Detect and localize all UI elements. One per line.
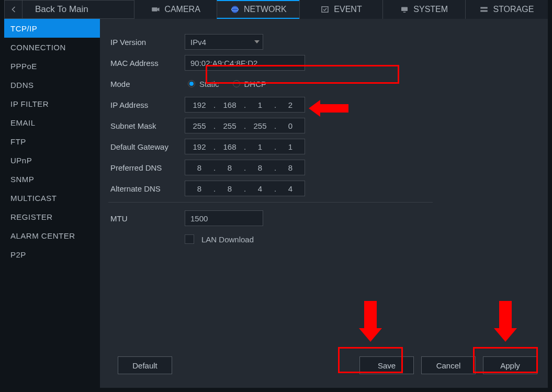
default-button[interactable]: Default bbox=[118, 356, 172, 374]
tab-label: STORAGE bbox=[493, 5, 534, 14]
sidebar-item-connection[interactable]: CONNECTION bbox=[4, 38, 100, 57]
mtu-label: MTU bbox=[108, 214, 185, 223]
sidebar-item-alarmcenter[interactable]: ALARM CENTER bbox=[4, 226, 100, 245]
back-arrow-icon[interactable] bbox=[5, 0, 22, 19]
sidebar-item-pppoe[interactable]: PPPoE bbox=[4, 57, 100, 75]
ip-version-value: IPv4 bbox=[190, 38, 206, 47]
save-button[interactable]: Save bbox=[359, 356, 414, 374]
ip-address-field[interactable]: 192. 168. 1. 2 bbox=[185, 97, 305, 113]
sidebar-item-ipfilter[interactable]: IP FILTER bbox=[4, 94, 100, 113]
tab-label: EVENT bbox=[334, 5, 362, 14]
globe-icon bbox=[230, 5, 240, 14]
mode-radio-group: Static DHCP bbox=[185, 76, 276, 92]
mode-dhcp-radio[interactable] bbox=[233, 80, 240, 87]
gateway-label: Default Gateway bbox=[108, 142, 185, 151]
svg-rect-0 bbox=[152, 7, 158, 12]
sidebar-item-ddns[interactable]: DDNS bbox=[4, 75, 100, 94]
svg-rect-4 bbox=[322, 7, 328, 13]
sidebar-item-multicast[interactable]: MULTICAST bbox=[4, 188, 100, 207]
svg-rect-8 bbox=[481, 10, 488, 12]
tab-label: CAMERA bbox=[164, 5, 200, 14]
storage-icon bbox=[479, 5, 489, 14]
svg-rect-5 bbox=[401, 7, 408, 12]
ip-version-label: IP Version bbox=[108, 38, 185, 47]
tab-label: NETWORK bbox=[244, 5, 287, 14]
svg-marker-1 bbox=[157, 7, 160, 12]
svg-point-2 bbox=[231, 6, 239, 13]
tab-event[interactable]: EVENT bbox=[299, 0, 382, 19]
back-to-main-button[interactable]: Back To Main bbox=[22, 4, 101, 15]
mac-address-field: 90:02:A9:C4:8F:D2 bbox=[185, 55, 305, 71]
sidebar-item-p2p[interactable]: P2P bbox=[4, 245, 100, 264]
mode-static-label: Static bbox=[199, 80, 219, 88]
subnet-mask-field[interactable]: 255. 255. 255. 0 bbox=[185, 118, 305, 133]
dns2-label: Alternate DNS bbox=[108, 184, 185, 193]
tab-camera[interactable]: CAMERA bbox=[134, 0, 217, 19]
apply-button[interactable]: Apply bbox=[483, 356, 537, 374]
system-icon bbox=[400, 5, 409, 14]
lan-download-label: LAN Download bbox=[201, 235, 254, 244]
sidebar-item-upnp[interactable]: UPnP bbox=[4, 151, 100, 170]
mode-dhcp-label: DHCP bbox=[244, 80, 267, 88]
divider bbox=[108, 202, 433, 203]
tab-storage[interactable]: STORAGE bbox=[465, 0, 548, 19]
dns1-field[interactable]: 8. 8. 8. 8 bbox=[185, 160, 305, 175]
main-tabs: CAMERA NETWORK EVENT SYSTEM STORAGE bbox=[134, 0, 548, 19]
sidebar-item-ftp[interactable]: FTP bbox=[4, 132, 100, 151]
ip-version-select[interactable]: IPv4 bbox=[185, 34, 263, 50]
chevron-down-icon bbox=[254, 40, 260, 43]
tab-label: SYSTEM bbox=[413, 5, 448, 14]
dns2-field[interactable]: 8. 8. 4. 4 bbox=[185, 181, 305, 196]
subnet-mask-label: Subnet Mask bbox=[108, 121, 185, 130]
tab-network[interactable]: NETWORK bbox=[217, 0, 299, 19]
sidebar-item-email[interactable]: EMAIL bbox=[4, 113, 100, 132]
ip-address-label: IP Address bbox=[108, 100, 185, 109]
mode-label: Mode bbox=[108, 80, 185, 88]
svg-rect-7 bbox=[481, 7, 488, 9]
cancel-button[interactable]: Cancel bbox=[421, 356, 476, 374]
sidebar-item-tcpip[interactable]: TCP/IP bbox=[4, 19, 100, 38]
mac-address-label: MAC Address bbox=[108, 59, 185, 68]
lan-download-checkbox[interactable] bbox=[185, 234, 194, 244]
mode-static-radio[interactable] bbox=[188, 80, 195, 87]
sidebar-item-register[interactable]: REGISTER bbox=[4, 207, 100, 226]
dns1-label: Preferred DNS bbox=[108, 163, 185, 172]
event-icon bbox=[320, 5, 330, 14]
sidebar: TCP/IP CONNECTION PPPoE DDNS IP FILTER E… bbox=[4, 19, 100, 388]
camera-icon bbox=[151, 5, 160, 14]
svg-rect-6 bbox=[403, 12, 406, 13]
mtu-field[interactable]: 1500 bbox=[185, 210, 263, 226]
bottom-buttons: Default Save Cancel Apply bbox=[110, 356, 537, 374]
sidebar-item-snmp[interactable]: SNMP bbox=[4, 170, 100, 188]
content-panel: IP Version IPv4 MAC Address 90:02:A9:C4:… bbox=[100, 19, 548, 388]
tab-system[interactable]: SYSTEM bbox=[382, 0, 465, 19]
gateway-field[interactable]: 192. 168. 1. 1 bbox=[185, 139, 305, 154]
